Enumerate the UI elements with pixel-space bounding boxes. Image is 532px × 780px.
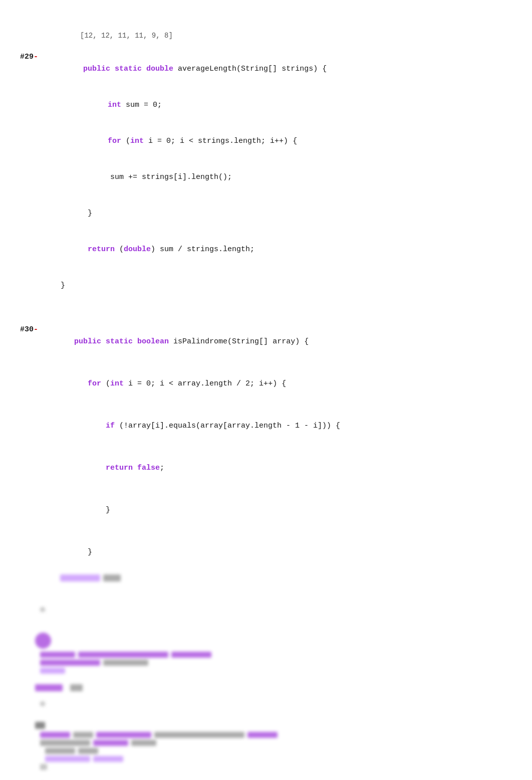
kw-static: static: [115, 65, 146, 73]
blurred-text-2k: [45, 756, 90, 762]
for-paren-open-2: (: [106, 379, 110, 388]
spacer-3: [20, 402, 512, 408]
kw-double: double: [146, 65, 178, 73]
kw-double-cast: double: [124, 245, 151, 254]
method1-for-code: for (int i = 0; i < strings.length; i++)…: [40, 123, 512, 159]
method1-signature-line: #29 - public static double averageLength…: [20, 51, 512, 87]
for-body-1: i = 0; i < strings.length; i++) {: [144, 137, 297, 145]
blurred-block-2: [20, 722, 512, 770]
blurred-text-1f: [40, 668, 65, 674]
blurred-text-1a: [40, 652, 75, 658]
method1-signature: public static double averageLength(Strin…: [38, 51, 512, 87]
spacer-8: [20, 618, 512, 633]
line-number-30: #30: [20, 324, 34, 336]
kw-if: if: [106, 422, 119, 430]
method1-return-code: return (double) sum / strings.length;: [20, 232, 512, 268]
return-rest: ) sum / strings.length;: [151, 245, 254, 254]
kw-return-2: return: [106, 464, 137, 472]
kw-return-1: return: [88, 245, 119, 254]
blurred-text-2g: [93, 740, 128, 746]
sum-assign: sum = 0;: [121, 101, 162, 109]
method1-close: }: [20, 268, 512, 304]
blurred-dot-2: [40, 701, 45, 706]
blurred-return-true-bar: [60, 574, 100, 581]
kw-boolean: boolean: [137, 337, 173, 346]
blurred-true-bar: [103, 574, 121, 581]
array-output-text: [12, 12, 11, 11, 9, 8]: [80, 32, 173, 40]
method2-if-close-brace: }: [20, 492, 512, 528]
method1-sum-code: int sum = 0;: [40, 87, 512, 123]
kw-public: public: [74, 65, 115, 73]
kw-for-1: for: [108, 137, 126, 145]
blurred-text-2h: [131, 740, 156, 746]
spacer-1: [20, 316, 512, 324]
return-paren-open: (: [119, 245, 124, 254]
code-container: [12, 12, 11, 11, 9, 8] #29 - public stat…: [0, 20, 532, 780]
blurred-text-2m: [40, 764, 47, 770]
line-number-29: #29: [20, 51, 34, 63]
spacer-5: [20, 486, 512, 492]
method-averageLength: #29 - public static double averageLength…: [20, 51, 512, 304]
method1-for-line: for (int i = 0; i < strings.length; i++)…: [20, 123, 512, 159]
method2-return-false-line: return false;: [20, 450, 512, 486]
method1-line-sum: int sum = 0;: [20, 87, 512, 123]
kw-int-1: int: [108, 101, 121, 109]
blurred-text-1d: [40, 660, 100, 666]
blurred-num-indicator: [35, 722, 45, 729]
close-brace-method1: }: [61, 281, 65, 290]
method2-return-false: return false;: [20, 450, 512, 486]
method1-for-close-brace: }: [20, 196, 512, 232]
spacer-7: [20, 596, 512, 602]
method1-sum-line: sum += strings[i].length();: [20, 159, 512, 196]
kw-public-2: public: [74, 337, 106, 346]
blurred-label-bar-2: [70, 684, 83, 691]
blurred-text-2a: [40, 732, 70, 738]
if-condition: (!array[i].equals(array[array.length - 1…: [119, 422, 340, 430]
spacer-2: [20, 360, 512, 366]
blurred-text-2j: [78, 748, 98, 754]
method1-return-line: return (double) sum / strings.length;: [20, 232, 512, 268]
blurred-avatar-1: [35, 633, 51, 649]
kw-int-3: int: [110, 379, 124, 388]
method2-for-close-brace: }: [20, 534, 512, 570]
blurred-indicator-1: [20, 605, 512, 615]
blurred-return-true: [20, 572, 512, 583]
method2-if-line: if (!array[i].equals(array[array.length …: [20, 408, 512, 444]
blurred-text-2c: [96, 732, 151, 738]
marker-30: -: [34, 324, 38, 336]
spacer-9: [20, 712, 512, 722]
blurred-label-1: [20, 684, 512, 696]
for-body-2: i = 0; i < array.length / 2; i++) {: [124, 379, 286, 388]
blurred-text-2f: [40, 740, 90, 746]
blurred-text-1c: [171, 652, 211, 658]
method2-if-code: if (!array[i].equals(array[array.length …: [20, 408, 512, 444]
close-brace-for-2: }: [88, 548, 92, 556]
method2-for-close: }: [20, 534, 512, 570]
close-brace-for: }: [88, 209, 92, 218]
method2-if-close: }: [20, 492, 512, 528]
spacer-4: [20, 444, 512, 450]
blurred-text-2e: [247, 732, 278, 738]
blurred-block-1: [20, 633, 512, 674]
kw-for-2: for: [88, 379, 106, 388]
array-output: [12, 12, 11, 11, 9, 8]: [20, 30, 512, 41]
method1-for-close: }: [20, 196, 512, 232]
for-paren-open: (: [126, 137, 130, 145]
blurred-text-2l: [93, 756, 123, 762]
method2-name: isPalindrome(String[] array) {: [173, 337, 309, 346]
method1-close-brace: }: [20, 268, 512, 304]
blurred-text-1e: [103, 660, 148, 666]
method-isPalindrome: #30 - public static boolean isPalindrome…: [20, 324, 512, 583]
blurred-text-2i: [45, 748, 75, 754]
sum-increment: sum += strings[i].length();: [110, 173, 232, 181]
method2-signature: public static boolean isPalindrome(Strin…: [38, 324, 512, 360]
kw-static-2: static: [106, 337, 137, 346]
method2-for-code: for (int i = 0; i < array.length / 2; i+…: [20, 366, 512, 402]
method2-signature-line: #30 - public static boolean isPalindrome…: [20, 324, 512, 360]
kw-int-2: int: [130, 137, 144, 145]
spacer-6: [20, 528, 512, 534]
kw-false: false: [137, 464, 160, 472]
marker-29: -: [34, 51, 38, 63]
blurred-text-2b: [73, 732, 93, 738]
close-brace-if: }: [106, 506, 110, 514]
